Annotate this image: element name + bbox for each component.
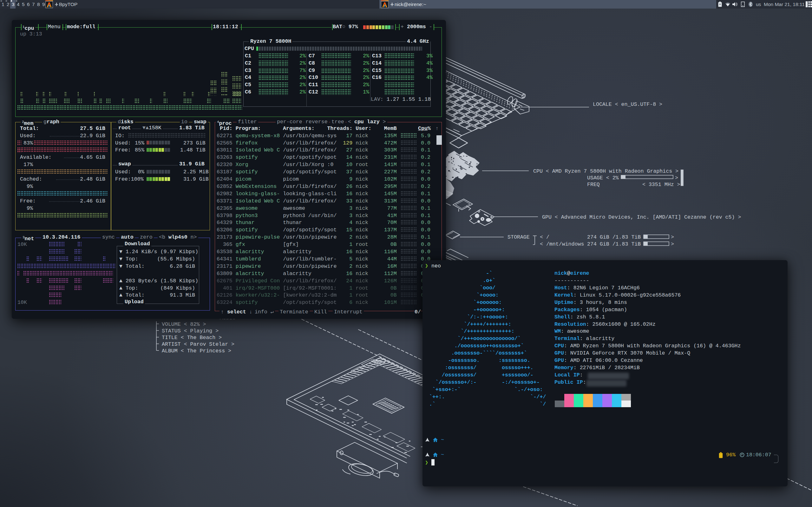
svg-text:274 GiB /1.83 TiB: 274 GiB /1.83 TiB [587,234,641,240]
svg-text:>: > [671,241,674,247]
svg-text:TITLE < The Beach >: TITLE < The Beach > [162,335,222,341]
svg-text:FREQ: FREQ [587,181,600,187]
svg-text:CPU < AMD Ryzen 7 5800H with R: CPU < AMD Ryzen 7 5800H with Radeon Grap… [533,168,678,174]
svg-text:USAGE < 2%: USAGE < 2% [587,175,619,181]
svg-text:STORAGE: STORAGE [507,234,530,240]
svg-text:VOLUME < 82% >: VOLUME < 82% > [162,321,206,327]
svg-text:< /: < / [540,234,549,240]
svg-text:ARTIST < Parov Stelar >: ARTIST < Parov Stelar > [162,341,235,347]
svg-text:274 GiB /1.83 TiB: 274 GiB /1.83 TiB [587,241,641,247]
svg-text:LOCALE < en_US.UTF-8 >: LOCALE < en_US.UTF-8 > [593,101,662,107]
svg-text:>: > [671,234,674,240]
svg-text:STATUS < Playing >: STATUS < Playing > [162,328,218,334]
svg-text:< /mnt/windows: < /mnt/windows [540,241,584,247]
svg-text:ALBUM < The Princess >: ALBUM < The Princess > [162,348,231,354]
svg-text:GPU < Advanced Micro Devices,: GPU < Advanced Micro Devices, Inc. [AMD/… [542,214,741,220]
svg-text:>: > [675,175,678,181]
svg-text:< 3351 MHz >: < 3351 MHz > [642,181,680,187]
